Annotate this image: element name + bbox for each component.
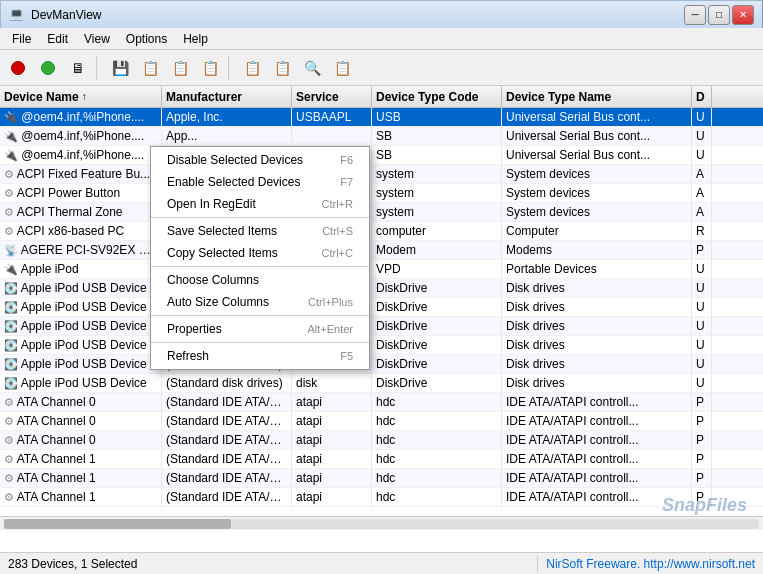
cell-device-name: 🔌 Apple iPod <box>0 260 162 278</box>
table-row[interactable]: 💽 Apple iPod USB Device (Standard disk d… <box>0 336 763 355</box>
cell-type-code: DiskDrive <box>372 317 502 335</box>
cell-d: A <box>692 184 712 202</box>
maximize-button[interactable]: □ <box>708 5 730 25</box>
context-menu-separator <box>151 266 369 267</box>
cell-type-code: SB <box>372 146 502 164</box>
table-row[interactable]: 📡 AGERE PCI-SV92EX So... Age... Modem Mo… <box>0 241 763 260</box>
table-row[interactable]: 🔌 @oem4.inf,%iPhone.... Apple, Inc. USBA… <box>0 108 763 127</box>
context-menu-item[interactable]: Copy Selected ItemsCtrl+C <box>151 242 369 264</box>
title-bar: 💻 DevManView ─ □ ✕ <box>0 0 763 28</box>
save-button[interactable]: 💾 <box>106 54 134 82</box>
cell-service <box>292 127 372 145</box>
table-row[interactable]: ⚙ ACPI Thermal Zone (Sta... system Syste… <box>0 203 763 222</box>
table-row[interactable]: ⚙ ATA Channel 1 (Standard IDE ATA/ATA...… <box>0 450 763 469</box>
menu-view[interactable]: View <box>76 28 118 49</box>
scroll-track[interactable] <box>4 519 759 529</box>
cell-type-code: system <box>372 203 502 221</box>
cell-device-name: ⚙ ATA Channel 0 <box>0 393 162 411</box>
cell-type-code: DiskDrive <box>372 336 502 354</box>
copy1-button[interactable]: 📋 <box>136 54 164 82</box>
col-device-name[interactable]: Device Name <box>0 86 162 107</box>
go-button[interactable] <box>34 54 62 82</box>
table-row[interactable]: ⚙ ACPI Power Button (Sta... system Syste… <box>0 184 763 203</box>
menu-options[interactable]: Options <box>118 28 175 49</box>
table-row[interactable]: 💽 Apple iPod USB Device (Sta... DiskDriv… <box>0 317 763 336</box>
table-row[interactable]: 💽 Apple iPod USB Device (Standard disk d… <box>0 374 763 393</box>
ctx-item-shortcut: F5 <box>340 350 353 362</box>
scroll-thumb[interactable] <box>4 519 231 529</box>
cell-type-code: SB <box>372 127 502 145</box>
cell-d: U <box>692 260 712 278</box>
action4-button[interactable]: 📋 <box>328 54 356 82</box>
computer-button[interactable]: 🖥 <box>64 54 92 82</box>
table-row[interactable]: 🔌 @oem4.inf,%iPhone.... App... SB Univer… <box>0 127 763 146</box>
horizontal-scrollbar[interactable] <box>0 516 763 530</box>
cell-type-name: IDE ATA/ATAPI controll... <box>502 412 692 430</box>
table-row[interactable]: ⚙ ATA Channel 0 (Standard IDE ATA/ATA...… <box>0 412 763 431</box>
table-row[interactable]: ⚙ ATA Channel 1 (Standard IDE ATA/ATA...… <box>0 469 763 488</box>
col-type-code[interactable]: Device Type Code <box>372 86 502 107</box>
context-menu-item[interactable]: Auto Size ColumnsCtrl+Plus <box>151 291 369 313</box>
device-icon: ⚙ <box>4 187 14 199</box>
context-menu-item[interactable]: Enable Selected DevicesF7 <box>151 171 369 193</box>
app-icon: 💻 <box>9 7 25 23</box>
cell-device-name: 📡 AGERE PCI-SV92EX So... <box>0 241 162 259</box>
copy2-button[interactable]: 📋 <box>166 54 194 82</box>
menu-help[interactable]: Help <box>175 28 216 49</box>
cell-d: P <box>692 393 712 411</box>
context-menu-item[interactable]: Save Selected ItemsCtrl+S <box>151 220 369 242</box>
cell-d: P <box>692 412 712 430</box>
device-icon: ⚙ <box>4 168 14 180</box>
ctx-item-label: Copy Selected Items <box>167 246 278 260</box>
context-menu: Disable Selected DevicesF6Enable Selecte… <box>150 146 370 370</box>
context-menu-separator <box>151 217 369 218</box>
cell-device-name: ⚙ ATA Channel 1 <box>0 450 162 468</box>
menu-edit[interactable]: Edit <box>39 28 76 49</box>
context-menu-item[interactable]: Disable Selected DevicesF6 <box>151 149 369 171</box>
cell-type-name: Modems <box>502 241 692 259</box>
cell-service: disk <box>292 374 372 392</box>
cell-type-name: System devices <box>502 165 692 183</box>
copy3-button[interactable]: 📋 <box>196 54 224 82</box>
table-row[interactable]: 🔌 @oem4.inf,%iPhone.... App... SB Univer… <box>0 146 763 165</box>
context-menu-separator <box>151 315 369 316</box>
context-menu-item[interactable]: RefreshF5 <box>151 345 369 367</box>
table-row[interactable]: 🔌 Apple iPod App... VPD Portable Devices… <box>0 260 763 279</box>
table-row[interactable]: ⚙ ACPI x86-based PC (Sta... computer Com… <box>0 222 763 241</box>
menu-file[interactable]: File <box>4 28 39 49</box>
table-row[interactable]: ⚙ ATA Channel 1 (Standard IDE ATA/ATA...… <box>0 488 763 507</box>
action2-button[interactable]: 📋 <box>268 54 296 82</box>
cell-type-code: system <box>372 184 502 202</box>
cell-type-name: IDE ATA/ATAPI controll... <box>502 469 692 487</box>
cell-type-name: IDE ATA/ATAPI controll... <box>502 393 692 411</box>
cell-type-name: Disk drives <box>502 355 692 373</box>
action3-button[interactable]: 🔍 <box>298 54 326 82</box>
table-row[interactable]: 💽 Apple iPod USB Device (Sta... DiskDriv… <box>0 298 763 317</box>
stop-button[interactable] <box>4 54 32 82</box>
device-icon: 💽 <box>4 320 18 332</box>
col-service[interactable]: Service <box>292 86 372 107</box>
context-menu-item[interactable]: Choose Columns <box>151 269 369 291</box>
close-button[interactable]: ✕ <box>732 5 754 25</box>
table-row[interactable]: ⚙ ACPI Fixed Feature Bu... (Sta... syste… <box>0 165 763 184</box>
cell-device-name: 💽 Apple iPod USB Device <box>0 298 162 316</box>
col-type-name-label: Device Type Name <box>506 90 611 104</box>
table-row[interactable]: 💽 Apple iPod USB Device (Sta... DiskDriv… <box>0 279 763 298</box>
status-separator <box>537 556 538 572</box>
table-row[interactable]: ⚙ ATA Channel 0 (Standard IDE ATA/ATA...… <box>0 393 763 412</box>
table-row[interactable]: 💽 Apple iPod USB Device (Standard disk d… <box>0 355 763 374</box>
context-menu-separator <box>151 342 369 343</box>
cell-d: U <box>692 298 712 316</box>
minimize-button[interactable]: ─ <box>684 5 706 25</box>
data-rows: 🔌 @oem4.inf,%iPhone.... Apple, Inc. USBA… <box>0 108 763 507</box>
col-device-name-label: Device Name <box>4 90 79 104</box>
status-devices: 283 Devices, 1 Selected <box>8 557 529 571</box>
ctx-item-label: Refresh <box>167 349 209 363</box>
context-menu-item[interactable]: Open In RegEditCtrl+R <box>151 193 369 215</box>
table-row[interactable]: ⚙ ATA Channel 0 (Standard IDE ATA/ATA...… <box>0 431 763 450</box>
col-d[interactable]: D <box>692 86 712 107</box>
action1-button[interactable]: 📋 <box>238 54 266 82</box>
col-manufacturer[interactable]: Manufacturer <box>162 86 292 107</box>
col-type-name[interactable]: Device Type Name <box>502 86 692 107</box>
context-menu-item[interactable]: PropertiesAlt+Enter <box>151 318 369 340</box>
